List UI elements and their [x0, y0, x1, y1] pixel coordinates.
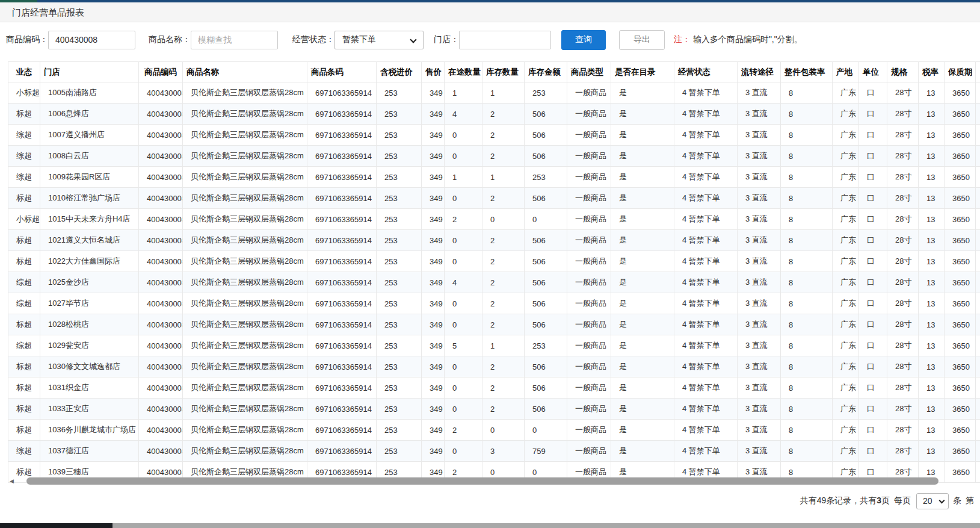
product-name-input[interactable]: [191, 31, 278, 49]
scroll-left-arrow-icon[interactable]: ◀: [10, 478, 14, 484]
cell-in-catalog: 是: [611, 125, 674, 146]
cell-sale-price: 349: [422, 188, 445, 209]
cell-spec: 28寸: [887, 314, 919, 335]
cell-product-name: 贝伦斯企鹅三层钢双层蒸锅28cm: [183, 420, 307, 441]
column-header-product-type: 商品类型: [567, 62, 611, 82]
table-row: 标超1031织金店400430008贝伦斯企鹅三层钢双层蒸锅28cm697106…: [8, 377, 980, 399]
cell-spec: 28寸: [887, 335, 919, 356]
cell-product-code: 400430008: [139, 293, 183, 314]
cell-stock-qty: 2: [482, 293, 525, 314]
cell-in-catalog: 是: [611, 167, 674, 188]
cell-tax-price: 253: [377, 146, 422, 167]
cell-product-type: 一般商品: [567, 335, 611, 356]
cell-in-transit-qty: 2: [445, 209, 482, 230]
cell-in-transit-qty: 1: [445, 167, 482, 188]
cell-barcode: 6971063365914: [307, 441, 377, 462]
operation-status-select[interactable]: 暂禁下单: [334, 31, 424, 49]
column-header-sale-price: 售价: [422, 62, 445, 82]
store-group: 门店：: [434, 31, 551, 49]
cell-tax-price: 253: [377, 420, 422, 441]
cell-stock-qty: 2: [482, 230, 525, 251]
cell-stock-qty: 1: [482, 82, 525, 104]
column-header-unit: 单位: [859, 62, 887, 82]
cell-tax-rate: 13: [919, 272, 945, 293]
table-row: 综超1007遵义播州店400430008贝伦斯企鹅三层钢双层蒸锅28cm6971…: [8, 125, 980, 146]
cell-tax-price: 253: [377, 377, 422, 399]
cell-tax-price: 253: [377, 314, 422, 335]
column-header-business-type: 业态: [8, 62, 40, 82]
cell-stock-qty: 1: [482, 167, 525, 188]
cell-package-rate: 8: [781, 293, 833, 314]
cell-circulation-path: 3 直流: [738, 230, 781, 251]
table-horizontal-scrollbar[interactable]: ◀: [0, 477, 980, 485]
cell-stock-qty: 0: [482, 209, 525, 230]
column-header-tax-price: 含税进价: [377, 62, 422, 82]
cell-store: 1027毕节店: [40, 293, 139, 314]
column-header-operation-status: 经营状态: [674, 62, 738, 82]
cell-operation-status: 4 暂禁下单: [674, 230, 738, 251]
cell-clipped: [976, 209, 980, 230]
cell-spec: 28寸: [887, 399, 919, 420]
cell-product-name: 贝伦斯企鹅三层钢双层蒸锅28cm: [183, 314, 307, 335]
table-scrollbar-thumb[interactable]: [26, 477, 938, 485]
cell-barcode: 6971063365914: [307, 377, 377, 399]
cell-product-code: 400430008: [139, 251, 183, 272]
cell-product-code: 400430008: [139, 82, 183, 104]
per-page-select[interactable]: 20: [916, 493, 949, 509]
cell-spec: 28寸: [887, 377, 919, 399]
cell-in-catalog: 是: [611, 377, 674, 399]
cell-spec: 28寸: [887, 420, 919, 441]
cell-barcode: 6971063365914: [307, 167, 377, 188]
cell-clipped: [976, 146, 980, 167]
cell-clipped: [976, 420, 980, 441]
cell-barcode: 6971063365914: [307, 146, 377, 167]
cell-product-code: 400430008: [139, 104, 183, 125]
cell-tax-price: 253: [377, 293, 422, 314]
cell-stock-qty: 0: [482, 420, 525, 441]
table-row: 标超1036务川麒龙城市广场店400430008贝伦斯企鹅三层钢双层蒸锅28cm…: [8, 420, 980, 441]
cell-in-transit-qty: 0: [445, 293, 482, 314]
cell-circulation-path: 3 直流: [738, 209, 781, 230]
product-code-input[interactable]: [48, 31, 135, 49]
table-row: 标超1030修文文城逸都店400430008贝伦斯企鹅三层钢双层蒸锅28cm69…: [8, 356, 980, 377]
query-button[interactable]: 查询: [561, 30, 606, 50]
cell-shelf-life: 3650: [945, 230, 976, 251]
cell-sale-price: 349: [422, 209, 445, 230]
cell-in-transit-qty: 0: [445, 125, 482, 146]
cell-spec: 28寸: [887, 230, 919, 251]
cell-operation-status: 4 暂禁下单: [674, 314, 738, 335]
page-prefix: 第: [966, 495, 974, 506]
cell-clipped: [976, 356, 980, 377]
cell-in-transit-qty: 0: [445, 356, 482, 377]
cell-stock-amount: 506: [525, 377, 567, 399]
cell-product-code: 400430008: [139, 399, 183, 420]
cell-circulation-path: 3 直流: [738, 441, 781, 462]
cell-product-code: 400430008: [139, 167, 183, 188]
export-button[interactable]: 导出: [619, 30, 665, 50]
cell-tax-price: 253: [377, 167, 422, 188]
cell-sale-price: 349: [422, 441, 445, 462]
cell-product-name: 贝伦斯企鹅三层钢双层蒸锅28cm: [183, 377, 307, 399]
cell-business-type: 综超: [8, 335, 40, 356]
store-input[interactable]: [459, 31, 551, 49]
page-horizontal-scrollbar[interactable]: [0, 523, 980, 528]
table-row: 综超1029瓮安店400430008贝伦斯企鹅三层钢双层蒸锅28cm697106…: [8, 335, 980, 356]
cell-stock-amount: 0: [525, 209, 567, 230]
cell-circulation-path: 3 直流: [738, 399, 781, 420]
cell-package-rate: 8: [781, 356, 833, 377]
operation-status-group: 经营状态： 暂禁下单: [292, 31, 424, 49]
cell-barcode: 6971063365914: [307, 420, 377, 441]
cell-stock-qty: 2: [482, 188, 525, 209]
cell-product-name: 贝伦斯企鹅三层钢双层蒸锅28cm: [183, 441, 307, 462]
cell-unit: 口: [859, 441, 887, 462]
cell-stock-qty: 2: [482, 125, 525, 146]
cell-unit: 口: [859, 356, 887, 377]
cell-shelf-life: 3650: [945, 420, 976, 441]
cell-spec: 28寸: [887, 356, 919, 377]
cell-in-transit-qty: 4: [445, 272, 482, 293]
page-scrollbar-thumb[interactable]: [0, 523, 112, 528]
cell-package-rate: 8: [781, 146, 833, 167]
cell-in-catalog: 是: [611, 146, 674, 167]
cell-business-type: 标超: [8, 230, 40, 251]
cell-business-type: 综超: [8, 272, 40, 293]
